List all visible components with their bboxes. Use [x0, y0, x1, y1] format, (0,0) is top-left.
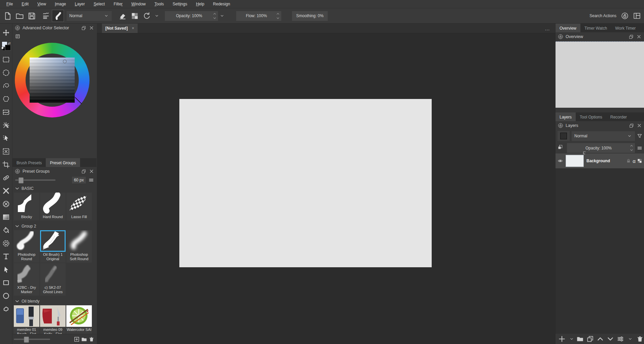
elliptical-selection-tool[interactable]	[2, 68, 10, 77]
move-layer-up-button[interactable]	[596, 335, 605, 343]
brush-blocky[interactable]: Blocky	[14, 193, 39, 220]
contiguous-selection-tool[interactable]	[2, 121, 10, 129]
search-actions-label[interactable]: Search Actions	[589, 13, 616, 18]
float-docker-icon[interactable]	[629, 123, 634, 128]
docker-lock-icon[interactable]	[558, 123, 563, 128]
color-selector-settings-icon[interactable]	[15, 34, 21, 39]
section-group-2[interactable]: Group 2	[12, 222, 97, 230]
document-tab[interactable]: [Not Saved] ×	[102, 24, 138, 33]
inherit-alpha-icon[interactable]	[558, 144, 565, 152]
eraser-mode-button[interactable]	[116, 10, 129, 22]
layer-properties-button[interactable]	[616, 335, 625, 343]
alpha-icon[interactable]: α	[633, 159, 636, 164]
tab-brush-presets[interactable]: Brush Presets	[12, 158, 46, 167]
open-button[interactable]	[13, 10, 26, 22]
freehand-selection-tool[interactable]	[2, 81, 10, 90]
menu-view[interactable]: View	[33, 0, 50, 8]
tab-recorder[interactable]: Recorder	[606, 112, 631, 121]
layer-thumbnail[interactable]	[566, 155, 584, 167]
preserve-alpha-button[interactable]	[129, 10, 141, 22]
smoothing-control[interactable]: Smoothing: 0%	[292, 11, 328, 21]
color-swatches[interactable]: ⇄	[2, 41, 11, 50]
flow-spinners[interactable]	[276, 12, 280, 20]
chevron-down-icon[interactable]	[628, 336, 633, 342]
ellipse-tool[interactable]	[2, 291, 10, 300]
layer-opacity-slider[interactable]: Opacity: 100%	[567, 143, 635, 153]
brush-hard-round[interactable]: Hard Round	[40, 193, 66, 220]
smart-patch-tool[interactable]	[2, 173, 10, 182]
blending-mode-select[interactable]: Normal	[67, 11, 112, 21]
layer-filter-icon[interactable]	[637, 133, 642, 139]
layer-color-label-button[interactable]	[558, 131, 570, 141]
close-icon[interactable]	[637, 123, 642, 128]
tab-layers[interactable]: Layers	[556, 112, 576, 121]
menu-settings[interactable]: Settings	[168, 0, 191, 8]
select-shapes-tool[interactable]	[2, 265, 10, 274]
docker-lock-icon[interactable]	[558, 34, 563, 39]
opacity-slider[interactable]: Opacity: 100%	[165, 11, 218, 21]
brush-photoshop-round[interactable]: Photoshop Round	[14, 230, 39, 263]
background-color-swatch[interactable]	[5, 45, 11, 50]
brush-preset-button[interactable]	[52, 10, 64, 22]
edit-brush-settings-button[interactable]	[40, 10, 52, 22]
brush-lasso-fill[interactable]: Lasso Fill	[66, 193, 92, 220]
tab-overview[interactable]: Overview	[556, 24, 580, 32]
workspace-chooser-icon[interactable]	[633, 12, 641, 20]
brush-x2bc-dry-marker[interactable]: X2BC - Dry Marker	[14, 263, 39, 296]
fill-tool[interactable]	[2, 226, 10, 234]
menu-help[interactable]: Help	[191, 0, 209, 8]
opacity-spinners[interactable]	[212, 12, 217, 20]
opacity-spinners[interactable]	[629, 144, 634, 152]
text-tool[interactable]	[2, 252, 10, 261]
tab-timer-watch[interactable]: Timer Watch	[580, 24, 611, 32]
section-basic[interactable]: BASIC	[12, 184, 97, 192]
save-button[interactable]	[26, 10, 38, 22]
chevron-down-icon[interactable]	[569, 336, 574, 342]
menu-filter[interactable]: Filter	[109, 0, 127, 8]
layer-blending-mode-select[interactable]: Normal	[572, 131, 635, 141]
menu-image[interactable]: Image	[50, 0, 70, 8]
menu-edit[interactable]: Edit	[17, 0, 33, 8]
close-icon[interactable]	[636, 34, 642, 39]
brush-photoshop-soft-round[interactable]: Photoshop Soft Round	[66, 230, 92, 263]
saturation-value-square[interactable]	[30, 58, 75, 103]
brush-memileo-09-knife-flat[interactable]: memileo 09 Knife - Flat	[40, 305, 66, 338]
brush-size-slider[interactable]	[15, 179, 56, 181]
brush-memileo-01-brush-flat[interactable]: memileo 01 Brush - Flat	[14, 305, 39, 338]
docker-lock-icon[interactable]	[15, 25, 20, 31]
reload-preset-button[interactable]	[141, 10, 153, 22]
colorize-mask-tool[interactable]	[2, 239, 10, 247]
document-canvas[interactable]	[179, 99, 432, 267]
brush-watercolor-sai[interactable]: Watercolor SAI	[66, 305, 92, 338]
menu-select[interactable]: Select	[89, 0, 109, 8]
rectangle-tool[interactable]	[2, 278, 10, 287]
duplicate-layer-button[interactable]	[586, 335, 595, 343]
docker-lock-icon[interactable]	[15, 169, 20, 174]
default-colors-icon[interactable]	[2, 47, 5, 50]
tab-work-timer[interactable]: Work Timer	[611, 24, 640, 32]
tab-tool-options[interactable]: Tool Options	[576, 112, 606, 121]
crop-tool[interactable]	[2, 160, 10, 169]
close-icon[interactable]	[89, 169, 94, 174]
preset-zoom-slider[interactable]	[14, 339, 50, 340]
float-docker-icon[interactable]	[81, 25, 86, 31]
delete-layer-button[interactable]	[636, 335, 644, 343]
bezier-selection-tool[interactable]	[2, 108, 10, 116]
menu-layer[interactable]: Layer	[70, 0, 89, 8]
close-icon[interactable]: ×	[132, 26, 134, 31]
brush-oil-brush-1-original[interactable]: Oil Brush) 1 Original	[40, 230, 66, 263]
chevron-down-icon[interactable]	[154, 13, 159, 19]
tab-preset-groups[interactable]: Preset Groups	[46, 158, 80, 167]
move-tool[interactable]	[2, 28, 10, 37]
section-oil-blendy[interactable]: Oil blendy	[12, 297, 97, 305]
similar-color-selection-tool[interactable]	[2, 134, 10, 142]
float-docker-icon[interactable]	[81, 169, 86, 174]
brush-size-value[interactable]: 60 px	[72, 177, 86, 183]
multibrush-tool[interactable]	[2, 186, 10, 195]
menu-icon[interactable]	[88, 177, 94, 183]
rectangular-selection-tool[interactable]	[2, 55, 10, 64]
tab-overflow-icon[interactable]: …	[545, 26, 550, 31]
add-layer-button[interactable]	[558, 335, 566, 343]
menu-redesign[interactable]: Redesign	[209, 0, 235, 8]
new-group-button[interactable]	[80, 336, 88, 343]
